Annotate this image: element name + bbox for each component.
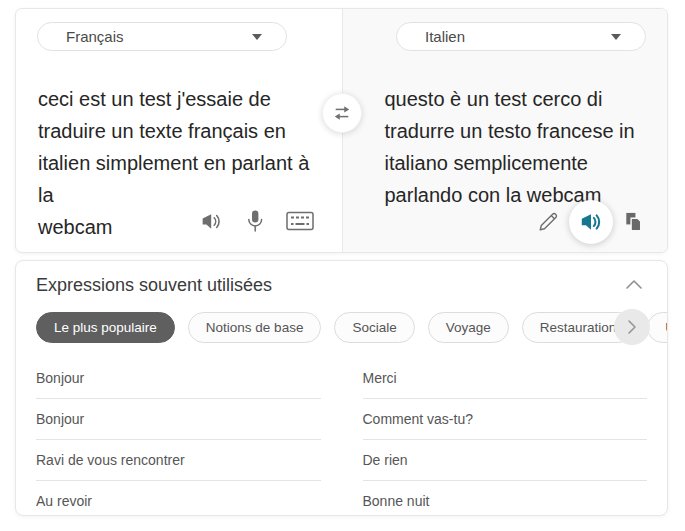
target-toolbar [534,200,647,244]
phrasebook-header: Expressions souvent utilisées [16,261,667,297]
microphone-button[interactable] [241,206,269,236]
source-text-line: traduire un texte français en [38,115,330,147]
target-panel: Italien questo è un test cerco di tradur… [342,9,668,252]
pencil-icon [536,210,560,234]
translation-text-line: italiano semplicemente [385,147,657,179]
category-chip-social[interactable]: Sociale [334,312,414,343]
source-toolbar [197,206,316,236]
phrase-item[interactable]: Bonjour [36,358,321,399]
source-language-dropdown[interactable]: Français [37,22,287,51]
target-language-label: Italien [425,28,465,45]
phrase-item[interactable]: Au revoir [36,481,321,516]
chevron-down-icon [611,34,621,40]
category-chip-travel[interactable]: Voyage [428,312,509,343]
microphone-icon [243,208,267,234]
category-chip-basics[interactable]: Notions de base [188,312,322,343]
phrase-list: Bonjour Merci Bonjour Comment vas-tu? Ra… [36,358,647,516]
collapse-phrasebook-button[interactable] [621,274,647,297]
translation-text-line: tradurre un testo francese in [385,115,657,147]
source-language-label: Français [66,28,124,45]
listen-source-button[interactable] [197,207,226,236]
keyboard-button[interactable] [284,209,316,233]
category-chip-most-popular[interactable]: Le plus populaire [36,312,175,343]
category-chips: Le plus populaire Notions de base Social… [16,309,667,345]
chevron-right-icon [627,319,637,335]
phrase-item[interactable]: Ravi de vous rencontrer [36,440,321,481]
phrasebook-card: Expressions souvent utilisées Le plus po… [15,260,668,516]
phrase-item[interactable]: Merci [363,358,648,399]
phrase-item[interactable]: Comment vas-tu? [363,399,648,440]
category-chip-truncated[interactable]: U [647,312,668,343]
chevron-up-icon [625,278,643,290]
translator-page: Français ceci est un test j'essaie de tr… [0,0,685,531]
keyboard-icon [286,211,314,231]
swap-arrows-icon [331,104,353,122]
copy-translation-button[interactable] [620,209,647,236]
translation-card: Français ceci est un test j'essaie de tr… [15,8,668,253]
translation-text-area: questo è un test cerco di tradurre un te… [385,83,657,211]
target-language-dropdown[interactable]: Italien [396,22,646,51]
chevron-down-icon [252,34,262,40]
speaker-icon [199,209,224,234]
phrase-item[interactable]: Bonne nuit [363,481,648,516]
source-panel: Français ceci est un test j'essaie de tr… [16,9,342,252]
listen-translation-button[interactable] [569,200,613,244]
swap-languages-button[interactable] [322,93,362,133]
scroll-categories-button[interactable] [614,309,650,345]
phrasebook-title: Expressions souvent utilisées [36,275,272,296]
edit-translation-button[interactable] [534,208,562,236]
speaker-icon [578,209,604,235]
source-text-line: ceci est un test j'essaie de [38,83,330,115]
source-text-line: italien simplement en parlant à la [38,147,330,211]
phrase-item[interactable]: Bonjour [36,399,321,440]
copy-icon [622,211,645,234]
translation-text-line: questo è un test cerco di [385,83,657,115]
phrase-item[interactable]: De rien [363,440,648,481]
